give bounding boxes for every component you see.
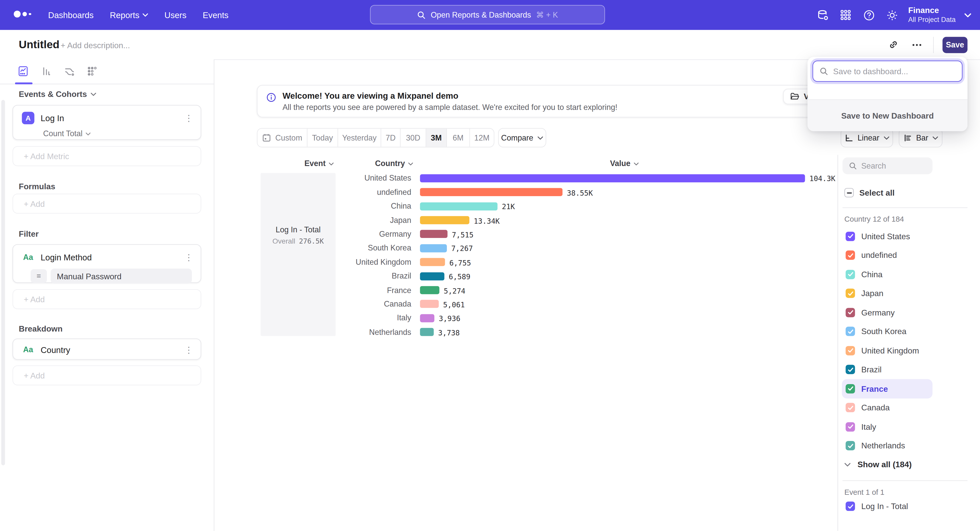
breakdown-card-country[interactable]: Aa Country ⋮ (13, 338, 201, 360)
help-icon[interactable] (859, 6, 878, 24)
column-header-event[interactable]: Event (304, 159, 334, 168)
checkbox-canada[interactable] (845, 403, 855, 412)
metric-event-name[interactable]: Log In (41, 113, 178, 123)
checkbox-undefined[interactable] (845, 251, 855, 260)
global-search-button[interactable]: Open Reports & Dashboards ⌘ + K (370, 5, 605, 24)
project-scope: All Project Data (908, 16, 956, 24)
checkbox-united-kingdom[interactable] (845, 346, 855, 355)
bar-value-label: 21K (502, 203, 515, 211)
checkbox-brazil[interactable] (845, 365, 855, 374)
checkbox-france[interactable] (845, 384, 855, 393)
bar-japan[interactable] (420, 216, 469, 224)
legend-search-field[interactable] (861, 162, 924, 170)
tab-retention[interactable] (83, 63, 101, 79)
column-header-value[interactable]: Value (610, 159, 638, 168)
date-range-custom[interactable]: Custom (258, 128, 307, 147)
bar-netherlands[interactable] (420, 328, 434, 336)
copy-link-icon[interactable] (886, 37, 900, 52)
bar-china[interactable] (420, 202, 498, 210)
date-range-yesterday[interactable]: Yesterday (338, 128, 381, 147)
save-button[interactable]: Save (942, 36, 967, 53)
events-cohorts-header[interactable]: Events & Cohorts (19, 89, 96, 99)
checkbox-united-states[interactable] (845, 231, 855, 241)
tab-insights[interactable] (14, 63, 32, 79)
legend-item-italy[interactable]: Italy (842, 417, 976, 436)
legend-item-brazil[interactable]: Brazil (842, 360, 976, 379)
more-options-icon[interactable] (909, 37, 924, 52)
nav-item-reports[interactable]: Reports (102, 0, 156, 30)
checkbox-germany[interactable] (845, 308, 855, 317)
legend-item-united-kingdom[interactable]: United Kingdom (842, 341, 976, 360)
info-icon (266, 92, 276, 102)
bar-united-kingdom[interactable] (420, 258, 445, 266)
tab-funnels[interactable] (38, 63, 55, 79)
show-all-toggle[interactable]: Show all (184) (845, 460, 912, 469)
mixpanel-logo-icon[interactable] (14, 11, 31, 17)
save-to-new-dashboard-button[interactable]: Save to New Dashboard (808, 99, 967, 131)
select-all-checkbox[interactable] (845, 188, 854, 197)
bar-category-label: Netherlands (324, 328, 411, 336)
bar-undefined[interactable] (420, 188, 563, 197)
project-chevron-down-icon[interactable] (961, 6, 974, 24)
date-range-3m[interactable]: 3M (426, 128, 447, 147)
legend-item-japan[interactable]: Japan (842, 284, 976, 303)
compare-button[interactable]: Compare (498, 128, 546, 147)
date-range-30d[interactable]: 30D (401, 128, 426, 147)
breakdown-kebab-icon[interactable]: ⋮ (184, 347, 193, 353)
checkbox-south-korea[interactable] (845, 327, 855, 336)
bar-united-states[interactable] (420, 174, 805, 182)
legend-search-input[interactable] (842, 157, 932, 174)
add-metric-button[interactable]: + Add Metric (13, 146, 201, 166)
nav-item-events[interactable]: Events (194, 0, 237, 30)
bar-value-label: 13.34K (474, 217, 500, 225)
checkbox-netherlands[interactable] (845, 441, 855, 451)
legend-item-canada[interactable]: Canada (842, 398, 976, 417)
add-description-field[interactable]: + Add description... (61, 41, 130, 50)
metric-aggregation[interactable]: Count Total (43, 129, 200, 138)
bar-italy[interactable] (420, 314, 434, 322)
project-name: Finance (908, 6, 956, 16)
add-breakdown-button[interactable]: + Add (13, 366, 201, 385)
legend-item-france[interactable]: France (842, 379, 932, 398)
bar-germany[interactable] (420, 230, 448, 238)
nav-item-dashboards[interactable]: Dashboards (40, 0, 102, 30)
metric-card-log-in[interactable]: A Log In ⋮ Count Total (13, 105, 201, 140)
metric-kebab-icon[interactable]: ⋮ (184, 115, 193, 121)
date-range-12m[interactable]: 12M (470, 128, 494, 147)
checkbox-italy[interactable] (845, 422, 855, 431)
banner-title: Welcome! You are viewing a Mixpanel demo (283, 91, 458, 101)
legend-item-netherlands[interactable]: Netherlands (842, 436, 976, 455)
report-title[interactable]: Untitled (19, 38, 59, 51)
date-range-7d[interactable]: 7D (381, 128, 401, 147)
select-all-row[interactable]: Select all (845, 188, 895, 197)
nav-item-users[interactable]: Users (156, 0, 194, 30)
folder-icon (790, 92, 800, 100)
date-range-6m[interactable]: 6M (447, 128, 470, 147)
bar-south-korea[interactable] (420, 244, 447, 252)
checkbox-japan[interactable] (845, 289, 855, 298)
bar-canada[interactable] (420, 300, 439, 308)
legend-item-undefined[interactable]: undefined (842, 246, 976, 265)
date-range-today[interactable]: Today (307, 128, 338, 147)
legend-item-south-korea[interactable]: South Korea (842, 322, 976, 341)
legend-item-china[interactable]: China (842, 265, 976, 284)
save-dashboard-input[interactable] (833, 67, 952, 76)
checkbox-log-in-total[interactable] (845, 502, 855, 511)
tab-flows[interactable] (61, 63, 78, 79)
apps-grid-icon[interactable] (836, 6, 855, 24)
save-dashboard-search[interactable] (813, 61, 963, 82)
legend-item-germany[interactable]: Germany (842, 303, 976, 322)
checkbox-china[interactable] (845, 269, 855, 279)
legend-item-united-states[interactable]: United States (842, 227, 976, 246)
data-management-icon[interactable] (813, 6, 832, 24)
settings-gear-icon[interactable] (883, 6, 901, 24)
breakdown-property-name[interactable]: Country (41, 345, 178, 355)
bar-france[interactable] (420, 286, 439, 294)
project-selector[interactable]: Finance All Project Data (908, 6, 956, 24)
global-search-placeholder: Open Reports & Dashboards (431, 10, 531, 19)
bar-brazil[interactable] (420, 272, 445, 280)
column-header-country[interactable]: Country (375, 159, 413, 168)
event-legend-item-log-in-total[interactable]: Log In - Total (845, 502, 908, 511)
bar-row-japan: Japan13.34K (0, 213, 625, 227)
bar-category-label: France (324, 286, 411, 294)
